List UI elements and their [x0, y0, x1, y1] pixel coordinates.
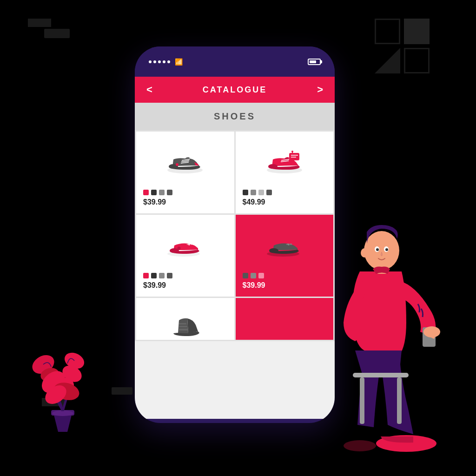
product-image-2 — [243, 139, 327, 185]
nav-forward-button[interactable]: > — [317, 84, 323, 96]
product-image-5 — [143, 305, 227, 340]
svg-rect-49 — [397, 377, 402, 424]
product-card-3[interactable]: $39.99 — [136, 215, 234, 297]
color-swatches-3 — [143, 273, 227, 278]
svg-rect-47 — [353, 373, 409, 377]
shoe-icon-1 — [164, 149, 206, 175]
deco-top-right — [375, 19, 430, 73]
color-swatches-1 — [143, 190, 227, 195]
product-image-1 — [143, 139, 227, 185]
phone-status-bar: 📶 — [135, 46, 335, 77]
svg-point-20 — [269, 248, 278, 253]
svg-point-12 — [291, 151, 293, 152]
svg-point-44 — [376, 248, 379, 251]
shoe-icon-5 — [164, 311, 206, 337]
svg-point-5 — [176, 163, 178, 166]
plant-illustration — [26, 341, 100, 434]
product-image-3 — [143, 222, 227, 268]
svg-point-37 — [344, 440, 376, 451]
notch — [227, 57, 264, 67]
svg-point-45 — [385, 248, 388, 251]
deco-bar-bottom — [112, 387, 132, 395]
app-title: CATALOGUE — [203, 85, 267, 95]
product-price-3: $39.99 — [143, 281, 227, 290]
category-title: SHOES — [214, 111, 256, 121]
svg-point-18 — [178, 246, 181, 250]
nav-back-button[interactable]: < — [146, 84, 152, 96]
wifi-icon: 📶 — [175, 58, 183, 66]
svg-point-21 — [288, 244, 290, 245]
signal-dots — [149, 60, 170, 63]
shoe-icon-3 — [164, 232, 206, 258]
deco-bar-top — [44, 29, 70, 38]
product-card-1[interactable]: $39.99 — [136, 132, 234, 213]
product-price-1: $39.99 — [143, 198, 227, 206]
svg-point-26 — [52, 410, 73, 416]
app-header: < CATALOGUE > — [135, 77, 335, 103]
product-card-5[interactable] — [136, 298, 234, 340]
svg-point-7 — [268, 164, 278, 169]
svg-rect-24 — [179, 323, 186, 324]
svg-rect-48 — [360, 377, 364, 424]
person-illustration — [299, 178, 462, 457]
scene: 📶 < CATALOGUE > SHOES — [0, 0, 476, 476]
shoe-icon-2 — [264, 149, 305, 175]
deco-top-left — [28, 19, 51, 30]
category-header: SHOES — [135, 103, 335, 130]
svg-rect-22 — [179, 329, 188, 331]
svg-point-17 — [188, 244, 190, 245]
svg-rect-10 — [289, 153, 299, 160]
svg-point-46 — [361, 248, 368, 258]
battery-icon — [308, 59, 321, 65]
svg-point-41 — [364, 231, 399, 270]
svg-rect-23 — [179, 326, 187, 327]
